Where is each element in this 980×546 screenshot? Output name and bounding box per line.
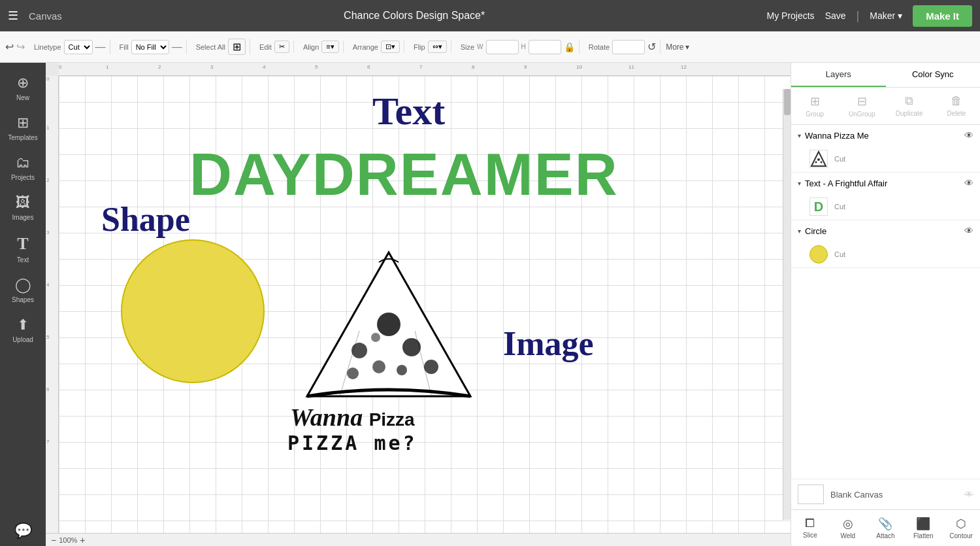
layer-group-header-circle-left: ▾ Circle — [798, 226, 826, 236]
ruler-left-1: 1 — [46, 125, 49, 131]
sidebar-item-templates[interactable]: ⊞ Templates — [0, 108, 46, 148]
right-panel: Layers Color Sync ⊞ Group ⊟ UnGroup ⧉ Du… — [791, 63, 980, 546]
svg-point-5 — [347, 367, 359, 379]
layer-visibility-frightful[interactable]: 👁 — [964, 178, 973, 188]
layer-group-circle: ▾ Circle 👁 Cut — [791, 220, 980, 268]
group-button[interactable]: ⊞ Group — [791, 90, 838, 122]
vertical-scrollbar[interactable] — [783, 89, 791, 520]
svg-point-12 — [821, 162, 823, 163]
svg-point-1 — [351, 343, 367, 358]
more-button[interactable]: More ▾ — [666, 43, 689, 52]
tab-color-sync[interactable]: Color Sync — [886, 63, 981, 87]
expand-arrow-circle: ▾ — [798, 228, 801, 235]
tab-layers[interactable]: Layers — [791, 63, 886, 87]
contour-button[interactable]: ⬡ Contour — [942, 513, 980, 543]
ruler-left-2: 2 — [46, 177, 49, 183]
contour-icon: ⬡ — [956, 517, 966, 531]
zoom-in-button[interactable]: + — [80, 535, 85, 545]
svg-point-6 — [424, 360, 438, 374]
flatten-button[interactable]: ⬛ Flatten — [904, 513, 942, 543]
edit-button[interactable]: ✂ — [274, 41, 289, 53]
select-all-button[interactable]: ⊞ — [228, 39, 246, 55]
chat-item[interactable]: 💬 — [14, 522, 32, 546]
blank-canvas-label: Blank Canvas — [830, 490, 958, 500]
save-button[interactable]: Save — [825, 10, 846, 21]
linetype-group: Linetype Cut — — [30, 40, 110, 54]
size-label: Size — [461, 43, 474, 51]
pizza-svg — [301, 246, 477, 409]
shapes-icon: ◯ — [15, 277, 31, 294]
layer-item-pizza-cut[interactable]: Cut — [791, 146, 980, 172]
canvas-grid[interactable]: Text DAYDREAMER Shape Image — [59, 76, 791, 533]
layers-action-bar: ⊞ Group ⊟ UnGroup ⧉ Duplicate 🗑 Delete — [791, 88, 980, 125]
canvas-image-element[interactable]: Image — [503, 324, 594, 363]
fill-select[interactable]: No Fill — [131, 40, 169, 54]
align-button[interactable]: ≡▾ — [321, 41, 338, 53]
canvas-pizza-element[interactable] — [301, 246, 477, 412]
zoom-out-button[interactable]: − — [51, 535, 56, 545]
app-name: Canvas — [29, 10, 62, 22]
layer-item-circle-cut[interactable]: Cut — [791, 241, 980, 267]
ruler-left-0: 0 — [46, 76, 49, 82]
sidebar-item-text[interactable]: T Text — [0, 228, 46, 270]
sidebar-item-projects[interactable]: 🗂 Projects — [0, 148, 46, 188]
attach-icon: 📎 — [878, 517, 892, 531]
delete-button[interactable]: 🗑 Delete — [933, 90, 980, 122]
height-input[interactable] — [529, 40, 561, 54]
canvas-daydreamer-element[interactable]: DAYDREAMER — [189, 141, 619, 209]
ruler-mark-0: 0 — [59, 64, 61, 70]
duplicate-icon: ⧉ — [905, 94, 913, 108]
sidebar-item-upload[interactable]: ⬆ Upload — [0, 310, 46, 350]
canvas-shape-element[interactable]: Shape — [101, 200, 190, 239]
rotate-icon[interactable]: ↺ — [647, 41, 656, 53]
group-icon: ⊞ — [810, 94, 820, 109]
make-it-button[interactable]: Make It — [913, 5, 972, 27]
flip-button[interactable]: ⇔▾ — [428, 41, 447, 53]
redo-button[interactable]: ↪ — [16, 41, 25, 53]
rotate-input[interactable] — [612, 40, 645, 54]
attach-button[interactable]: 📎 Attach — [867, 513, 905, 543]
fill-color-indicator: — — [172, 41, 182, 53]
linetype-select[interactable]: Cut — [64, 40, 93, 54]
arrange-group: Arrange ⊡▾ — [349, 41, 404, 53]
layer-group-header-left: ▾ Wanna Pizza Me — [798, 131, 869, 141]
arrange-button[interactable]: ⊡▾ — [381, 41, 400, 53]
layer-item-text-d-cut[interactable]: D Cut — [791, 194, 980, 220]
maker-button[interactable]: Maker ▾ — [870, 10, 902, 21]
sidebar-item-shapes[interactable]: ◯ Shapes — [0, 270, 46, 310]
ruler-mark-1: 1 — [106, 64, 108, 70]
ungroup-button[interactable]: ⊟ UnGroup — [838, 90, 885, 122]
sidebar-item-new[interactable]: ⊕ New — [0, 68, 46, 108]
delete-icon: 🗑 — [951, 94, 962, 108]
ruler-mark-8: 8 — [472, 64, 474, 70]
layer-group-header-frightful[interactable]: ▾ Text - A Frightful Affair 👁 — [791, 173, 980, 194]
sidebar-item-images[interactable]: 🖼 Images — [0, 188, 46, 228]
upload-icon: ⬆ — [17, 316, 29, 333]
expand-arrow-frightful: ▾ — [798, 180, 801, 187]
slice-button[interactable]: ⧠ Slice — [791, 513, 829, 543]
hamburger-icon[interactable]: ☰ — [8, 9, 18, 23]
linetype-label: Linetype — [34, 43, 61, 51]
select-all-label: Select All — [196, 43, 225, 51]
canvas-wanna-pizza-text[interactable]: Wanna Pizza PIZZA me? — [287, 403, 417, 454]
scrollbar-thumb[interactable] — [784, 89, 791, 115]
blank-canvas-eye[interactable]: 👁 — [964, 489, 973, 500]
canvas-text-element[interactable]: Text — [372, 89, 445, 134]
linetype-color-indicator: — — [95, 41, 106, 53]
pizza-mini-svg — [810, 150, 827, 167]
fill-group: Fill No Fill — — [116, 40, 187, 54]
more-chevron-icon: ▾ — [685, 43, 689, 52]
undo-button[interactable]: ↩ — [5, 41, 14, 53]
layer-group-header-circle[interactable]: ▾ Circle 👁 — [791, 220, 980, 241]
sidebar-label-images: Images — [12, 214, 34, 221]
text-d-cut-label: Cut — [834, 203, 845, 211]
width-input[interactable] — [486, 40, 519, 54]
lock-proportions-icon[interactable]: 🔒 — [564, 42, 575, 52]
my-projects-button[interactable]: My Projects — [767, 10, 815, 21]
layer-visibility-circle[interactable]: 👁 — [964, 226, 973, 236]
duplicate-button[interactable]: ⧉ Duplicate — [886, 90, 933, 122]
weld-button[interactable]: ◎ Weld — [829, 513, 867, 543]
layer-visibility-wanna-pizza[interactable]: 👁 — [964, 130, 973, 141]
canvas-circle-element[interactable] — [121, 239, 265, 383]
layer-group-header-wanna-pizza[interactable]: ▾ Wanna Pizza Me 👁 — [791, 125, 980, 146]
